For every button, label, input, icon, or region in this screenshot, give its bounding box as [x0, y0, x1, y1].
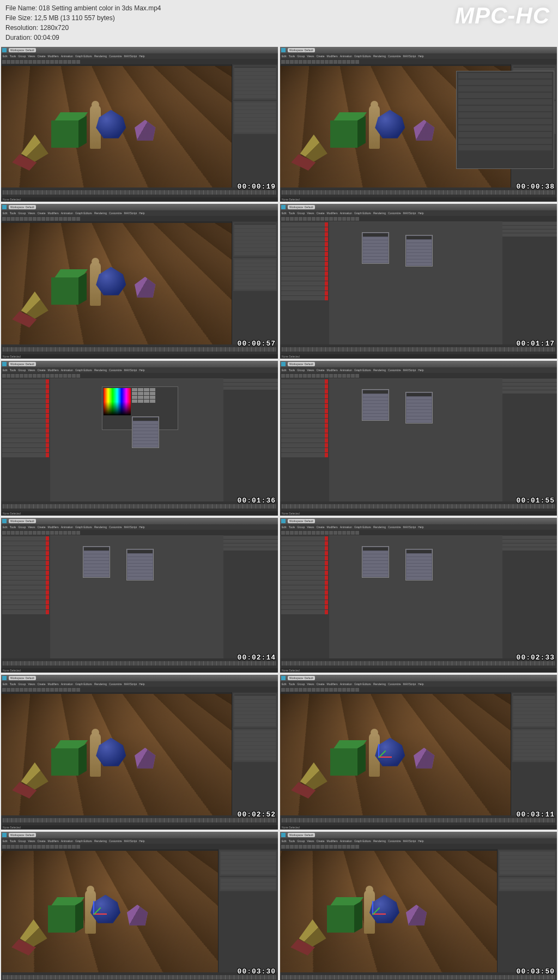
- panel-row[interactable]: [513, 738, 555, 741]
- node-param[interactable]: [363, 240, 388, 243]
- menu-item[interactable]: Animation: [340, 55, 352, 58]
- menu-item[interactable]: Rendering: [94, 839, 107, 843]
- toolbar-icon[interactable]: [20, 374, 23, 378]
- toolbar-icon[interactable]: [355, 688, 359, 692]
- viewport[interactable]: [1, 221, 232, 344]
- menu-item[interactable]: Views: [307, 211, 314, 215]
- toolbar-icon[interactable]: [59, 217, 63, 221]
- material-item[interactable]: [281, 576, 328, 580]
- material-item[interactable]: [281, 551, 328, 555]
- menu-item[interactable]: MAXScript: [124, 682, 137, 686]
- transform-gizmo[interactable]: [378, 744, 379, 758]
- toolbar-icon[interactable]: [37, 531, 41, 535]
- toolbar-icon[interactable]: [290, 374, 294, 378]
- env-param[interactable]: [458, 112, 552, 118]
- toolbar-icon[interactable]: [2, 374, 6, 378]
- panel-row[interactable]: [513, 753, 555, 757]
- menu-item[interactable]: Rendering: [94, 211, 107, 215]
- material-item[interactable]: [281, 281, 328, 286]
- toolbar-icon[interactable]: [347, 845, 350, 849]
- panel-row[interactable]: [234, 240, 276, 244]
- material-item[interactable]: [281, 404, 328, 408]
- node-param[interactable]: [128, 564, 153, 566]
- menu-item[interactable]: Customize: [109, 839, 122, 843]
- env-param[interactable]: [458, 99, 552, 105]
- toolbar-icon[interactable]: [41, 374, 45, 378]
- menu-item[interactable]: Tools: [10, 368, 16, 372]
- panel-row[interactable]: [234, 225, 276, 228]
- material-item[interactable]: [281, 566, 328, 570]
- toolbar-icon[interactable]: [307, 531, 311, 535]
- toolbar-icon[interactable]: [28, 60, 32, 64]
- toolbar-icon[interactable]: [72, 688, 76, 692]
- node-param[interactable]: [133, 438, 158, 440]
- toolbar-icon[interactable]: [281, 217, 285, 221]
- node-param[interactable]: [363, 564, 388, 567]
- toolbar-icon[interactable]: [20, 217, 23, 221]
- toolbar-icon[interactable]: [307, 60, 311, 64]
- material-item[interactable]: [281, 595, 328, 600]
- menu-item[interactable]: Views: [28, 682, 35, 686]
- panel-row[interactable]: [234, 252, 276, 255]
- toolbar-icon[interactable]: [76, 374, 80, 378]
- node-canvas[interactable]: [329, 221, 502, 344]
- color-swatch[interactable]: [144, 388, 149, 391]
- menu-item[interactable]: Edit: [282, 211, 287, 215]
- toolbar-icon[interactable]: [355, 374, 359, 378]
- material-item[interactable]: [281, 433, 328, 438]
- node-param[interactable]: [407, 413, 432, 416]
- toolbar-icon[interactable]: [347, 217, 350, 221]
- toolbar-icon[interactable]: [347, 688, 350, 692]
- color-swatch[interactable]: [132, 392, 137, 395]
- material-item[interactable]: [281, 262, 328, 266]
- toolbar-icon[interactable]: [333, 60, 337, 64]
- menu-item[interactable]: Create: [316, 682, 324, 686]
- toolbar-icon[interactable]: [316, 531, 320, 535]
- menu-item[interactable]: Views: [28, 368, 35, 372]
- menu-item[interactable]: MAXScript: [403, 525, 416, 529]
- color-swatch[interactable]: [138, 396, 143, 399]
- toolbar-icon[interactable]: [338, 374, 342, 378]
- panel-row[interactable]: [234, 122, 276, 125]
- toolbar-icon[interactable]: [312, 531, 316, 535]
- node-param[interactable]: [133, 425, 158, 427]
- toolbar-icon[interactable]: [355, 60, 359, 64]
- toolbar-icon[interactable]: [24, 531, 28, 535]
- menu-item[interactable]: Modifiers: [47, 525, 58, 529]
- panel-row[interactable]: [234, 757, 276, 760]
- toolbar-icon[interactable]: [325, 531, 329, 535]
- toolbar-icon[interactable]: [11, 374, 15, 378]
- node-param[interactable]: [84, 571, 109, 573]
- toolbar-icon[interactable]: [333, 531, 337, 535]
- timeline[interactable]: [282, 190, 555, 195]
- toolbar-icon[interactable]: [342, 688, 346, 692]
- panel-row[interactable]: [234, 259, 276, 263]
- toolbar-icon[interactable]: [50, 845, 54, 849]
- material-item[interactable]: [2, 433, 49, 438]
- panel-row[interactable]: [234, 248, 276, 251]
- menu-item[interactable]: Tools: [10, 55, 16, 58]
- menu-item[interactable]: MAXScript: [403, 682, 416, 686]
- toolbar-icon[interactable]: [294, 531, 298, 535]
- toolbar-icon[interactable]: [355, 531, 359, 535]
- node-param[interactable]: [407, 573, 432, 576]
- toolbar-icon[interactable]: [41, 688, 45, 692]
- node-param[interactable]: [363, 237, 388, 240]
- menu-item[interactable]: Tools: [289, 682, 295, 686]
- panel-row[interactable]: [234, 704, 276, 707]
- material-item[interactable]: [281, 580, 328, 585]
- material-item[interactable]: [281, 546, 328, 551]
- toolbar-icon[interactable]: [342, 217, 346, 221]
- node-param[interactable]: [363, 404, 388, 407]
- node-param[interactable]: [84, 551, 109, 554]
- toolbar-icon[interactable]: [286, 374, 289, 378]
- node-param[interactable]: [363, 407, 388, 410]
- toolbar-icon[interactable]: [37, 845, 41, 849]
- viewport[interactable]: [1, 64, 232, 187]
- node-param[interactable]: [363, 558, 388, 560]
- toolbar-icon[interactable]: [20, 688, 23, 692]
- material-item[interactable]: [2, 453, 49, 457]
- material-node[interactable]: [405, 392, 433, 424]
- menu-item[interactable]: Modifiers: [47, 839, 58, 843]
- node-param[interactable]: [128, 567, 153, 570]
